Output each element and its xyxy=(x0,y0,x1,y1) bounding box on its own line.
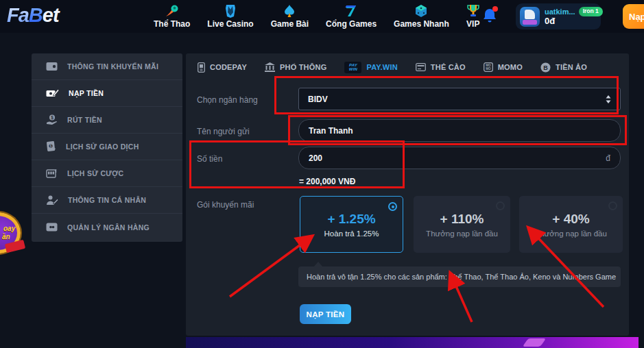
notification-dot xyxy=(492,6,498,12)
svg-text:B: B xyxy=(543,64,548,71)
radio-selected-icon[interactable] xyxy=(388,202,397,211)
sender-input[interactable]: Tran Thanh xyxy=(298,119,621,142)
deposit-method-tabs: CODEPAY PHỔ THÔNG PAY WIN PAY.WIN THẺ CÀ… xyxy=(186,53,629,81)
nav-label: Games Nhanh xyxy=(394,19,449,29)
deposit-icon xyxy=(46,88,59,99)
sidebar-item-nap-tien[interactable]: NẠP TIỀN xyxy=(32,80,182,107)
nav-label: VIP xyxy=(466,19,479,29)
radio-icon[interactable] xyxy=(608,201,617,210)
radio-icon[interactable] xyxy=(496,201,505,210)
tab-tien-ao[interactable]: B TIỀN ẢO xyxy=(540,62,587,73)
main-menu: Thể Thao Live Casino Game Bài Cổng Games xyxy=(154,3,480,29)
user-account-card[interactable]: uatkim... Iron 1 0đ xyxy=(516,3,601,29)
tab-the-cao[interactable]: THẺ CÀO xyxy=(416,63,466,71)
account-sidebar: THÔNG TIN KHUYẾN MÃI NẠP TIỀN $ RÚT TIỀN… xyxy=(32,53,182,242)
nav-item-game-bai[interactable]: Game Bài xyxy=(271,3,309,29)
promo-info-icon xyxy=(46,62,58,71)
game-portal-icon xyxy=(345,3,357,18)
card-game-icon xyxy=(283,3,296,18)
avatar xyxy=(520,7,540,27)
bank-management-icon xyxy=(46,223,58,232)
nav-label: Cổng Games xyxy=(326,19,377,29)
tab-paywin[interactable]: PAY WIN PAY.WIN xyxy=(344,62,397,73)
promo-banner[interactable] xyxy=(186,337,639,348)
crypto-icon: B xyxy=(540,62,551,73)
sidebar-item-thong-tin-ca-nhan[interactable]: THÔNG TIN CÁ NHÂN xyxy=(32,187,182,214)
wheel-text-fragment: ần xyxy=(2,233,10,240)
paywin-logo: PAY WIN xyxy=(344,62,361,73)
amount-input[interactable]: 200 đ xyxy=(298,147,621,169)
scratch-card-icon xyxy=(416,63,426,71)
nav-label: Game Bài xyxy=(271,19,309,29)
profile-icon xyxy=(46,195,58,206)
nav-item-live-casino[interactable]: Live Casino xyxy=(207,3,253,29)
promo-label: Gói khuyến mãi xyxy=(197,200,254,210)
bank-select[interactable]: BIDV xyxy=(298,88,621,110)
nav-item-games-nhanh[interactable]: Games Nhanh xyxy=(394,3,449,29)
vip-icon xyxy=(466,3,480,18)
sidebar-item-lich-su-giao-dich[interactable]: $ LỊCH SỬ GIAO DỊCH xyxy=(32,134,182,160)
deposit-submit-button[interactable]: NẠP TIỀN xyxy=(300,304,351,324)
svg-text:$: $ xyxy=(51,115,53,121)
sidebar-item-rut-tien[interactable]: $ RÚT TIỀN xyxy=(32,107,182,134)
promo-card-cashback[interactable]: + 1.25% Hoàn trả 1.25% xyxy=(300,196,403,253)
promo-card-first-deposit-40[interactable]: + 40% Thưởng nạp lần đầu xyxy=(519,196,623,253)
fabet-logo[interactable]: FaBet xyxy=(7,4,59,27)
sidebar-item-promo-info[interactable]: THÔNG TIN KHUYẾN MÃI xyxy=(32,53,182,80)
top-navbar: FaBet Thể Thao Live Casino Game Bài xyxy=(0,0,644,33)
momo-icon: MOMO xyxy=(484,62,493,72)
promo-card-first-deposit-110[interactable]: + 110% Thưởng nạp lần đầu xyxy=(414,196,510,253)
sidebar-item-quan-ly-ngan-hang[interactable]: QUẢN LÝ NGÂN HÀNG xyxy=(32,214,182,240)
converted-amount: = 200,000 VNĐ xyxy=(299,177,355,186)
tab-pho-thong[interactable]: PHỔ THÔNG xyxy=(265,62,326,72)
bank-label: Chọn ngân hàng xyxy=(197,95,258,105)
transaction-history-icon: $ xyxy=(46,141,56,152)
amount-label: Số tiền xyxy=(197,154,222,164)
tab-codepay[interactable]: CODEPAY xyxy=(198,62,247,73)
codepay-icon xyxy=(198,62,205,73)
notification-bell-icon[interactable] xyxy=(482,8,497,27)
sender-label: Tên người gửi xyxy=(197,127,250,136)
nav-label: Live Casino xyxy=(207,19,253,29)
select-arrows-icon xyxy=(606,95,611,103)
sidebar-item-lich-su-cuoc[interactable]: LỊCH SỬ CƯỢC xyxy=(32,160,182,187)
promo-note: Hoàn trả vô tận 1.25% cho các sản phẩm: … xyxy=(298,266,621,287)
deposit-nav-button[interactable]: Nạp xyxy=(623,4,644,29)
nav-label: Thể Thao xyxy=(154,19,190,29)
withdraw-icon: $ xyxy=(46,114,58,125)
username: uatkim... xyxy=(545,8,575,16)
currency-suffix: đ xyxy=(606,153,610,163)
sports-icon xyxy=(165,3,180,18)
wheel-text-fragment: oay xyxy=(3,225,15,232)
quick-games-icon xyxy=(414,3,428,18)
svg-text:MO: MO xyxy=(486,67,491,71)
bank-icon xyxy=(265,62,275,72)
balance: 0đ xyxy=(545,16,603,26)
bet-history-icon xyxy=(46,169,58,179)
svg-text:$: $ xyxy=(50,144,52,148)
nav-item-vip[interactable]: VIP xyxy=(466,3,480,29)
tab-momo[interactable]: MOMO MOMO xyxy=(484,62,523,72)
deposit-page: FaBet Thể Thao Live Casino Game Bài xyxy=(0,0,644,348)
live-casino-icon xyxy=(224,3,237,18)
level-badge: Iron 1 xyxy=(579,7,603,16)
nav-item-cong-games[interactable]: Cổng Games xyxy=(326,3,377,29)
deposit-panel: CODEPAY PHỔ THÔNG PAY WIN PAY.WIN THẺ CÀ… xyxy=(186,53,629,336)
nav-item-the-thao[interactable]: Thể Thao xyxy=(154,3,190,29)
banner-decoration xyxy=(523,338,546,347)
